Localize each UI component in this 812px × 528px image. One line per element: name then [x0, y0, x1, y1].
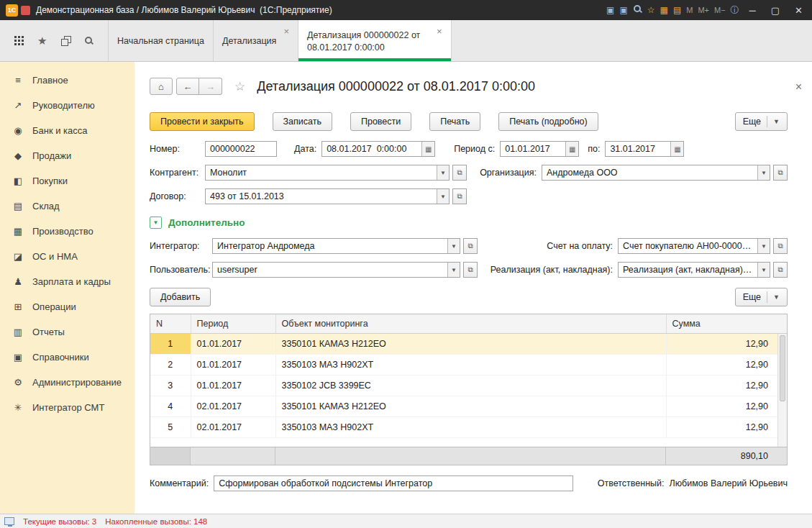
- tab-close-icon[interactable]: ×: [437, 26, 442, 37]
- table-cell[interactable]: 12,90: [666, 417, 787, 437]
- table-cell[interactable]: 12,90: [666, 375, 787, 396]
- chevron-down-icon[interactable]: ▼: [757, 239, 770, 253]
- sidebar-item-sales[interactable]: ◆Продажи: [0, 143, 134, 168]
- sidebar-item-operations[interactable]: ⊞Операции: [0, 294, 134, 319]
- memory-label[interactable]: M: [686, 6, 693, 14]
- sidebar-item-fixed-assets[interactable]: ◪ОС и НМА: [0, 244, 134, 269]
- table-cell[interactable]: 3: [150, 375, 191, 396]
- table-cell[interactable]: 3350101 КАМАЗ Н212ЕО: [275, 396, 666, 417]
- search-doc-icon[interactable]: [633, 4, 642, 16]
- open-integrator-button[interactable]: ⧉: [463, 238, 478, 254]
- column-header-n[interactable]: N: [150, 314, 191, 333]
- calls-indicator-icon[interactable]: [4, 517, 14, 525]
- sidebar-item-production[interactable]: ▦Производство: [0, 219, 134, 244]
- chevron-down-icon[interactable]: ▼: [447, 263, 460, 277]
- post-button[interactable]: Провести: [350, 112, 411, 131]
- table-cell[interactable]: 01.01.2017: [191, 333, 275, 354]
- panel-icon[interactable]: ▣: [606, 5, 614, 15]
- memory-plus-label[interactable]: M+: [698, 6, 709, 14]
- contractor-input[interactable]: Монолит▼: [205, 165, 450, 181]
- main-menu-icon[interactable]: [14, 36, 24, 45]
- contract-input[interactable]: 493 от 15.01.2013▼: [205, 188, 450, 204]
- memory-minus-label[interactable]: M−: [714, 6, 726, 14]
- sidebar-item-reports[interactable]: ▥Отчеты: [0, 319, 134, 345]
- sidebar-item-bank-cash[interactable]: ◉Банк и касса: [0, 118, 134, 143]
- table-row[interactable]: 5 02.01.2017 3350103 МАЗ Н902ХТ 12,90: [150, 417, 787, 437]
- chevron-down-icon[interactable]: ▼: [757, 263, 770, 277]
- open-invoice-button[interactable]: ⧉: [773, 238, 788, 254]
- tab-close-icon[interactable]: ×: [283, 26, 289, 37]
- sidebar-item-salary-hr[interactable]: ♟Зарплата и кадры: [0, 269, 134, 294]
- calendar-icon[interactable]: ▦: [421, 142, 434, 156]
- table-cell[interactable]: 12,90: [666, 354, 787, 375]
- table-cell[interactable]: 3350101 КАМАЗ Н212ЕО: [275, 333, 666, 354]
- table-row[interactable]: 3 01.01.2017 3350102 JCB 3399ЕС 12,90: [150, 375, 787, 396]
- sidebar-item-administration[interactable]: ⚙Администрирование: [0, 370, 134, 395]
- forward-button[interactable]: →: [199, 78, 222, 95]
- info-icon[interactable]: ⓘ: [731, 4, 739, 17]
- table-cell[interactable]: 1: [150, 333, 191, 354]
- chevron-down-icon[interactable]: ▼: [437, 165, 449, 180]
- chevron-down-icon[interactable]: ▼: [757, 165, 770, 180]
- table-cell[interactable]: 2: [150, 354, 191, 375]
- column-header-period[interactable]: Период: [191, 314, 275, 333]
- integrator-input[interactable]: Интегратор Андромеда▼: [212, 238, 460, 254]
- chevron-down-icon[interactable]: ▼: [447, 239, 460, 253]
- collapse-section-button[interactable]: ▼: [150, 217, 162, 229]
- realization-input[interactable]: Реализация (акт, накладная) АН▼: [618, 262, 770, 278]
- print-detailed-button[interactable]: Печать (подробно): [498, 112, 598, 131]
- sidebar-item-main[interactable]: ≡Главное: [0, 68, 134, 93]
- calculator-icon[interactable]: ▤: [673, 5, 681, 15]
- sidebar-item-warehouse[interactable]: ▤Склад: [0, 194, 134, 219]
- table-cell[interactable]: 3350102 JCB 3399ЕС: [275, 375, 666, 396]
- open-user-button[interactable]: ⧉: [463, 262, 478, 278]
- add-button[interactable]: Добавить: [150, 288, 211, 306]
- column-header-object[interactable]: Объект мониторинга: [275, 314, 666, 333]
- table-cell[interactable]: 4: [150, 396, 191, 417]
- close-button[interactable]: ✕: [790, 5, 808, 16]
- table-cell[interactable]: 3350103 МАЗ Н902ХТ: [275, 354, 666, 375]
- form-close-icon[interactable]: ×: [795, 81, 802, 94]
- items-more-button[interactable]: Еще ▼: [735, 288, 788, 306]
- table-cell[interactable]: 02.01.2017: [191, 396, 275, 417]
- invoice-input[interactable]: Счет покупателю АН00-000001 с▼: [618, 238, 770, 254]
- sidebar-item-integrator-smt[interactable]: ✳Интегратор СМТ: [0, 395, 134, 420]
- history-icon[interactable]: [61, 36, 70, 45]
- column-header-sum[interactable]: Сумма: [666, 314, 787, 333]
- open-contract-button[interactable]: ⧉: [452, 188, 467, 204]
- search-icon[interactable]: [84, 36, 93, 45]
- write-button[interactable]: Записать: [273, 112, 332, 131]
- print-button[interactable]: Печать: [429, 112, 480, 131]
- panels-icon[interactable]: ▣: [619, 5, 627, 15]
- scrollbar-thumb[interactable]: [780, 335, 785, 401]
- tab-detalization-document[interactable]: Детализация 000000022 от 08.01.2017 0:00…: [298, 20, 452, 61]
- period-to-input[interactable]: 31.01.2017▦: [605, 141, 684, 157]
- tab-detalization[interactable]: Детализация ×: [213, 20, 298, 61]
- table-row[interactable]: 4 02.01.2017 3350101 КАМАЗ Н212ЕО 12,90: [150, 396, 787, 417]
- table-cell[interactable]: 01.01.2017: [191, 354, 275, 375]
- table-cell[interactable]: 02.01.2017: [191, 417, 275, 437]
- favorites-icon[interactable]: ★: [37, 35, 47, 47]
- post-and-close-button[interactable]: Провести и закрыть: [150, 112, 255, 131]
- section-title[interactable]: Дополнительно: [168, 217, 245, 228]
- open-contractor-button[interactable]: ⧉: [452, 165, 467, 181]
- home-button[interactable]: ⌂: [150, 78, 173, 95]
- calendar-icon[interactable]: ▦: [660, 5, 668, 15]
- number-input[interactable]: 000000022: [205, 141, 277, 157]
- back-button[interactable]: ←: [176, 78, 199, 95]
- sidebar-item-manager[interactable]: ↗Руководителю: [0, 93, 134, 118]
- calendar-icon[interactable]: ▦: [670, 142, 683, 156]
- sidebar-item-catalogs[interactable]: ▣Справочники: [0, 345, 134, 370]
- table-cell[interactable]: 5: [150, 417, 191, 437]
- chevron-down-icon[interactable]: ▼: [437, 189, 449, 204]
- table-cell[interactable]: 12,90: [666, 396, 787, 417]
- favorites-add-icon[interactable]: ☆: [647, 5, 655, 15]
- period-from-input[interactable]: 01.01.2017▦: [500, 141, 579, 157]
- calendar-icon[interactable]: ▦: [565, 142, 578, 156]
- table-scrollbar[interactable]: [777, 334, 787, 447]
- date-input[interactable]: 08.01.2017 0:00:00▦: [321, 141, 435, 157]
- organization-input[interactable]: Андромеда ООО▼: [542, 165, 770, 181]
- sidebar-item-purchases[interactable]: ◧Покупки: [0, 168, 134, 194]
- table-row[interactable]: 2 01.01.2017 3350103 МАЗ Н902ХТ 12,90: [150, 354, 787, 375]
- table-cell[interactable]: 01.01.2017: [191, 375, 275, 396]
